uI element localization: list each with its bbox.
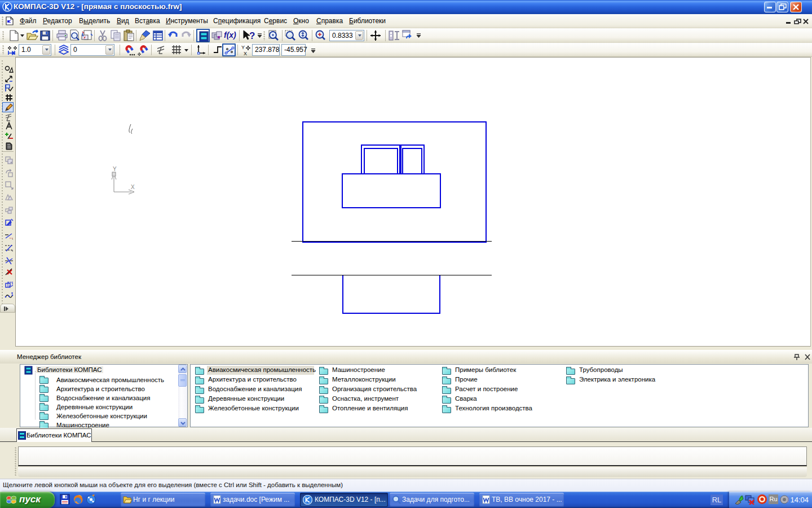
svg-text:X: X: [131, 184, 135, 190]
svg-text:?: ?: [249, 30, 255, 41]
svg-text:Y: Y: [113, 166, 117, 172]
svg-text:X: X: [244, 51, 247, 56]
svg-text:Y: Y: [241, 45, 245, 50]
